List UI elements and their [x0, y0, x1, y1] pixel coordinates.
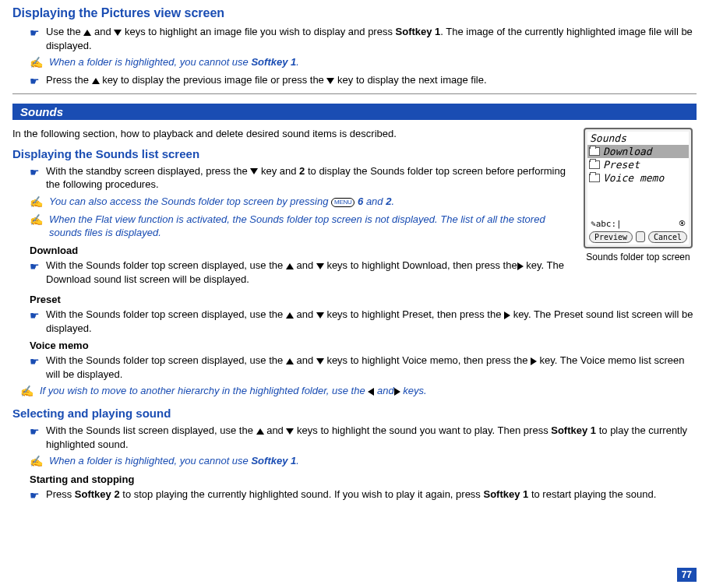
tip-line: ✍ When the Flat view function is activat… [30, 213, 572, 240]
tip-line: ✍ If you wish to move to another hierarc… [20, 384, 697, 399]
tip-icon: ✍ [20, 384, 34, 399]
folder-icon [589, 174, 600, 182]
down-icon [114, 30, 122, 36]
right-icon [394, 388, 400, 396]
rec-indicator: ⦿ [679, 220, 686, 227]
down-icon [316, 312, 324, 319]
down-icon [250, 168, 258, 174]
page-number: 77 [677, 568, 697, 582]
up-icon [256, 428, 264, 435]
instruction-line: ☛ With the standby screen displayed, pre… [30, 164, 572, 192]
starting-stopping-heading: Starting and stopping [30, 474, 697, 485]
instruction-line: ☛ Use the and keys to highlight an image… [30, 25, 697, 52]
right-icon [517, 262, 524, 270]
up-icon [83, 30, 91, 36]
tip-text: If you wish to move to another hierarchy… [40, 384, 427, 398]
instruction-line: ☛ With the Sounds list screen displayed,… [30, 424, 697, 451]
divider [12, 93, 697, 94]
instruction-line: ☛ With the Sounds folder top screen disp… [30, 308, 697, 335]
download-heading: Download [30, 245, 572, 256]
voice-memo-heading: Voice memo [30, 340, 697, 351]
list-item: Voice memo [587, 171, 689, 185]
up-icon [286, 358, 294, 364]
tip-text: When a folder is highlighted, you cannot… [49, 454, 299, 468]
folder-icon [589, 160, 600, 169]
tip-text: When a folder is highlighted, you cannot… [49, 55, 299, 69]
pointer-icon: ☛ [30, 259, 40, 274]
softkey-right: Cancel [648, 231, 687, 243]
heading-selecting-playing: Selecting and playing sound [12, 407, 697, 420]
instruction-text: With the Sounds folder top screen displa… [46, 308, 697, 335]
right-icon [504, 312, 510, 319]
up-icon [286, 263, 294, 269]
pointer-icon: ☛ [30, 354, 40, 369]
intro-text: In the following section, how to playbac… [12, 128, 572, 139]
instruction-text: With the standby screen displayed, press… [46, 164, 572, 192]
list-item: Download [587, 145, 689, 158]
phone-illustration: Sounds Download Preset Voice memo ✎abc:|… [580, 128, 697, 262]
instruction-line: ☛ With the Sounds folder top screen disp… [30, 354, 697, 381]
instruction-text: Press Softkey 2 to stop playing the curr… [46, 488, 656, 502]
instruction-text: Press the key to display the previous im… [46, 73, 487, 87]
softkey-mid [636, 231, 645, 242]
instruction-text: With the Sounds list screen displayed, u… [46, 424, 697, 451]
heading-sounds-list: Displaying the Sounds list screen [12, 147, 572, 160]
pointer-icon: ☛ [30, 424, 40, 439]
instruction-line: ☛ With the Sounds folder top screen disp… [30, 259, 572, 286]
tip-icon: ✍ [30, 55, 43, 70]
instruction-text: Use the and keys to highlight an image f… [46, 25, 697, 52]
list-item: Preset [587, 158, 689, 171]
phone-screen: Sounds Download Preset Voice memo ✎abc:|… [584, 128, 693, 248]
instruction-line: ☛ Press Softkey 2 to stop playing the cu… [30, 488, 697, 503]
input-mode-row: ✎abc:| ⦿ [589, 218, 687, 230]
sounds-banner: Sounds [12, 104, 697, 120]
down-icon [316, 263, 324, 269]
down-icon [326, 78, 334, 84]
tip-icon: ✍ [30, 195, 43, 209]
tip-text: When the Flat view function is activated… [49, 213, 572, 240]
instruction-text: With the Sounds folder top screen displa… [46, 259, 572, 286]
pointer-icon: ☛ [30, 165, 40, 180]
tip-text: You can also access the Sounds folder to… [49, 195, 394, 209]
pointer-icon: ☛ [30, 26, 40, 40]
down-icon [286, 428, 294, 435]
folder-icon [589, 147, 600, 156]
tip-line: ✍ You can also access the Sounds folder … [30, 195, 572, 209]
screen-caption: Sounds folder top screen [580, 252, 697, 262]
screen-list: Download Preset Voice memo [587, 145, 689, 217]
right-icon [531, 357, 537, 365]
tip-icon: ✍ [30, 454, 43, 469]
heading-displaying-pictures: Displaying the Pictures view screen [12, 6, 697, 20]
screen-title: Sounds [587, 132, 689, 145]
tip-line: ✍ When a folder is highlighted, you cann… [30, 55, 697, 70]
preset-heading: Preset [30, 294, 697, 305]
tip-icon: ✍ [30, 213, 43, 227]
pointer-icon: ☛ [30, 308, 40, 323]
instruction-text: With the Sounds folder top screen displa… [46, 354, 697, 381]
softkey-left: Preview [589, 231, 633, 243]
instruction-line: ☛ Press the key to display the previous … [30, 73, 697, 89]
pointer-icon: ☛ [30, 488, 40, 503]
down-icon [316, 358, 324, 364]
tip-line: ✍ When a folder is highlighted, you cann… [30, 454, 697, 469]
up-icon [92, 78, 100, 84]
up-icon [286, 312, 294, 319]
pointer-icon: ☛ [30, 74, 40, 89]
menu-button-icon: MENU [331, 198, 354, 207]
